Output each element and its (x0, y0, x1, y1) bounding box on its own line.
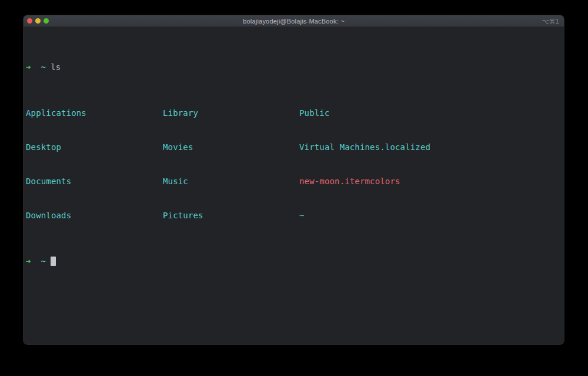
command-text: ls (51, 62, 61, 72)
prompt-arrow-icon: ➜ (26, 62, 31, 72)
listing-item: Public (299, 108, 562, 119)
close-button[interactable] (27, 18, 32, 24)
listing-item: ~ (299, 210, 562, 221)
listing-item: Desktop (26, 142, 163, 153)
listing-row: Downloads Pictures ~ (26, 210, 562, 221)
listing-item: Downloads (26, 210, 163, 221)
listing-item: Movies (163, 142, 299, 153)
window-shortcut-badge: ⌥⌘1 (542, 15, 559, 26)
listing-item: Documents (26, 176, 163, 187)
prompt-arrow-icon: ➜ (26, 257, 31, 266)
prompt-path: ~ (41, 257, 46, 266)
listing-row: Applications Library Public (26, 108, 562, 119)
minimize-button[interactable] (35, 18, 41, 24)
listing-item: Applications (26, 108, 163, 119)
listing-item: Music (163, 176, 299, 187)
terminal-output[interactable]: ➜~ls Applications Library Public Desktop… (24, 27, 564, 302)
listing-item-highlighted: new-moon.itermcolors (299, 176, 562, 187)
zoom-button[interactable] (44, 18, 49, 24)
window-title: bolajiayodeji@Bolajis-MacBook: ~ (24, 18, 564, 25)
prompt-line-active[interactable]: ➜~ (26, 256, 562, 267)
terminal-cursor (51, 257, 56, 266)
listing-row: Documents Music new-moon.itermcolors (26, 176, 562, 187)
listing-item: Library (163, 108, 299, 119)
terminal-window: bolajiayodeji@Bolajis-MacBook: ~ ⌥⌘1 ➜~l… (24, 15, 564, 344)
listing-row: Desktop Movies Virtual Machines.localize… (26, 142, 562, 153)
prompt-line-executed: ➜~ls (26, 62, 562, 73)
title-bar[interactable]: bolajiayodeji@Bolajis-MacBook: ~ ⌥⌘1 (24, 15, 564, 27)
traffic-lights (27, 15, 49, 26)
prompt-path: ~ (41, 62, 46, 72)
listing-item: Virtual Machines.localized (299, 142, 562, 153)
listing-item: Pictures (163, 210, 299, 221)
